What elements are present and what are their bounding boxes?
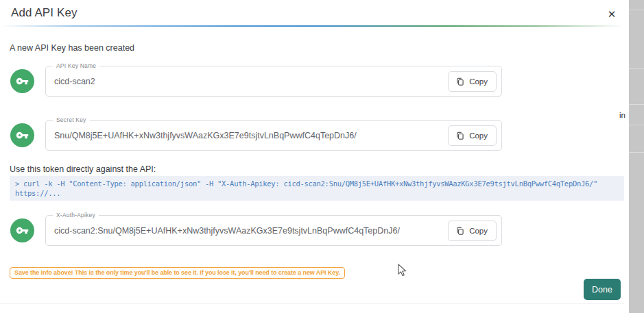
background-partial-text: in: [619, 111, 625, 119]
background-row-divider: [629, 125, 644, 125]
background-row-divider: [629, 10, 644, 10]
api-key-name-value: cicd-scan2: [54, 66, 95, 96]
intro-message: A new API Key has been created: [10, 43, 134, 53]
x-auth-apikey-value: cicd-scan2:Snu/QM8j5E+UAfHK+xNw3thjfyvsW…: [54, 216, 400, 245]
token-hint-text: Use this token directly against the API:: [10, 164, 156, 174]
api-key-name-field[interactable]: API Key Name cicd-scan2 Copy: [45, 66, 502, 97]
secret-key-field[interactable]: Secret Key Snu/QM8j5E+UAfHK+xNw3thjfyvsW…: [45, 120, 502, 151]
copy-icon: [455, 77, 465, 87]
copy-api-key-name-button[interactable]: Copy: [448, 71, 497, 92]
key-icon: [10, 218, 34, 242]
done-button[interactable]: Done: [584, 279, 621, 300]
copy-x-auth-apikey-button[interactable]: Copy: [448, 221, 497, 241]
background-row-divider: [629, 104, 644, 105]
key-icon: [10, 69, 34, 93]
close-button[interactable]: ✕: [604, 6, 620, 23]
add-api-key-dialog: Add API Key ✕ A new API Key has been cre…: [0, 0, 644, 313]
copy-button-label: Copy: [469, 77, 488, 86]
copy-button-label: Copy: [469, 227, 488, 235]
background-page-strip: [629, 0, 644, 313]
copy-icon: [455, 131, 465, 141]
background-row-divider: [629, 152, 644, 153]
secret-key-value: Snu/QM8j5E+UAfHK+xNw3thjfyvsWAazKGx3E7e9…: [54, 121, 357, 150]
dialog-title: Add API Key: [11, 6, 77, 20]
curl-command-line: > curl -k -H "Content-Type: application/…: [15, 179, 619, 188]
x-auth-apikey-field[interactable]: X-Auth-Apikey cicd-scan2:Snu/QM8j5E+UAfH…: [45, 215, 502, 246]
copy-secret-key-button[interactable]: Copy: [448, 125, 497, 146]
mouse-cursor: [398, 264, 407, 277]
copy-button-label: Copy: [469, 132, 488, 140]
modal-bottom-edge: [0, 303, 624, 304]
copy-icon: [455, 226, 465, 236]
save-info-warning: Save the info above! This is the only ti…: [10, 267, 345, 279]
key-icon: [10, 123, 34, 147]
curl-code-block: > curl -k -H "Content-Type: application/…: [10, 176, 624, 201]
curl-url-line: https://...: [15, 188, 619, 198]
header-gradient-divider: [0, 25, 624, 27]
close-icon: ✕: [608, 8, 617, 21]
background-row-divider: [629, 68, 644, 69]
